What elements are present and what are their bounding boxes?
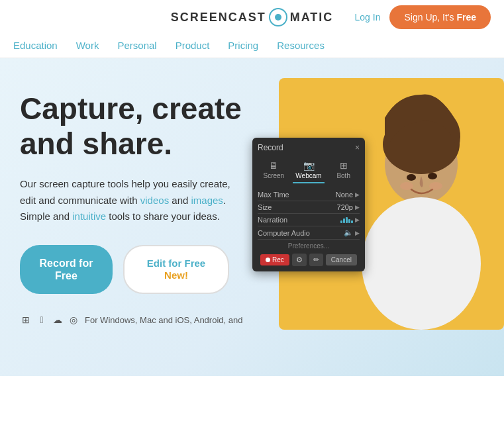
login-link[interactable]: Log In	[355, 12, 381, 23]
settings-icon: ⚙	[296, 256, 303, 263]
logo-text-right: MATIC	[290, 11, 334, 24]
bar5	[351, 220, 353, 223]
size-text: 720p	[337, 203, 353, 211]
logo-text-left: SCREENCAST	[171, 11, 266, 24]
webcam-icon: 📷	[294, 160, 324, 171]
header-top: SCREENCAST MATIC Log In Sign Up, It's Fr…	[13, 8, 491, 26]
recorder-title-text: Record	[258, 143, 283, 152]
narration-value: ▶	[340, 216, 360, 223]
svg-point-7	[429, 182, 442, 190]
recorder-tab-webcam[interactable]: 📷 Webcam	[293, 158, 325, 183]
nav-item-resources[interactable]: Resources	[277, 40, 325, 51]
size-value: 720p ▶	[337, 203, 360, 211]
header: SCREENCAST MATIC Log In Sign Up, It's Fr…	[0, 0, 504, 58]
recorder-dialog: Record × 🖥 Screen 📷 Webcam ⊞ Both Max Ti	[252, 138, 365, 271]
record-dot-icon	[266, 258, 270, 262]
both-tab-label: Both	[336, 172, 350, 179]
images-link[interactable]: images	[191, 195, 223, 206]
recorder-controls: Rec ⚙ ✏ Cancel	[258, 254, 360, 266]
audio-label: Computer Audio	[258, 229, 310, 237]
nav-item-personal[interactable]: Personal	[117, 40, 156, 51]
bar3	[346, 217, 348, 223]
audio-arrow: ▶	[355, 230, 360, 236]
maxtime-text: None	[336, 191, 353, 199]
recorder-row-narration: Narration ▶	[258, 214, 360, 226]
signup-label-bold: Free	[456, 12, 476, 23]
edit-icon-button[interactable]: ✏	[309, 254, 323, 266]
header-actions: Log In Sign Up, It's Free	[355, 5, 491, 29]
recorder-close-button[interactable]: ×	[355, 143, 360, 152]
narration-bar	[340, 216, 353, 223]
hero-buttons: Record for Free Edit for Free New!	[20, 245, 272, 294]
preferences-link[interactable]: Preferences...	[258, 240, 360, 251]
recorder-tabs: 🖥 Screen 📷 Webcam ⊞ Both	[258, 158, 360, 183]
recorder-row-maxtime: Max Time None ▶	[258, 189, 360, 201]
hero-left: Capture, create and share. Our screen ca…	[20, 91, 272, 326]
hero-section: Capture, create and share. Our screen ca…	[0, 58, 504, 376]
recorder-tab-both[interactable]: ⊞ Both	[327, 158, 360, 183]
maxtime-arrow: ▶	[355, 191, 360, 198]
platform-icons: ⊞  ☁ ◎	[20, 314, 79, 326]
svg-point-6	[400, 182, 413, 190]
nav-item-pricing[interactable]: Pricing	[228, 40, 258, 51]
record-button[interactable]: Rec	[260, 254, 289, 265]
recorder-tab-screen[interactable]: 🖥 Screen	[258, 158, 290, 183]
windows-icon: ⊞	[20, 314, 32, 326]
record-line1: Record for	[40, 258, 93, 269]
bar2	[343, 218, 345, 223]
new-label: New!	[143, 269, 209, 281]
logo-icon	[269, 8, 287, 26]
edit-free-button[interactable]: Edit for Free New!	[123, 245, 229, 294]
record-free-button[interactable]: Record for Free	[20, 245, 113, 294]
size-arrow: ▶	[355, 204, 360, 211]
main-nav: Education Work Personal Product Pricing …	[13, 33, 491, 58]
hero-description: Our screen capture tools help you easily…	[20, 176, 245, 225]
cancel-button[interactable]: Cancel	[326, 254, 357, 265]
audio-value: 🔈 ▶	[344, 228, 360, 237]
settings-button[interactable]: ⚙	[292, 254, 307, 266]
recorder-row-audio: Computer Audio 🔈 ▶	[258, 226, 360, 240]
recorder-title-bar: Record ×	[258, 143, 360, 152]
both-icon: ⊞	[328, 160, 358, 171]
narration-label: Narration	[258, 216, 287, 224]
platform-bar: ⊞  ☁ ◎ For Windows, Mac and iOS, Androi…	[20, 314, 272, 326]
maxtime-label: Max Time	[258, 191, 289, 199]
edit-icon: ✏	[313, 256, 319, 263]
narration-arrow: ▶	[355, 216, 360, 223]
logo: SCREENCAST MATIC	[171, 8, 334, 26]
hero-right: Record × 🖥 Screen 📷 Webcam ⊞ Both Max Ti	[252, 78, 504, 363]
android-icon: ◎	[68, 314, 79, 326]
videos-link[interactable]: videos	[140, 195, 169, 206]
signup-label-normal: Sign Up, It's	[404, 12, 456, 23]
signup-button[interactable]: Sign Up, It's Free	[389, 5, 491, 29]
screen-tab-label: Screen	[263, 172, 284, 179]
bar4	[348, 219, 350, 223]
svg-point-3	[362, 197, 481, 330]
intuitive-link[interactable]: intuitive	[72, 211, 106, 222]
size-label: Size	[258, 203, 272, 211]
record-line2: Free	[55, 270, 77, 281]
nav-item-product[interactable]: Product	[176, 40, 210, 51]
recorder-row-size: Size 720p ▶	[258, 201, 360, 214]
hero-title: Capture, create and share.	[20, 91, 272, 162]
nav-item-education[interactable]: Education	[13, 40, 58, 51]
svg-point-4	[407, 174, 416, 181]
webcam-tab-label: Webcam	[295, 172, 321, 179]
edit-main-label: Edit for Free	[147, 258, 205, 269]
audio-icon: 🔈	[344, 228, 353, 237]
rec-label-text: Rec	[272, 256, 284, 263]
platform-text: For Windows, Mac and iOS, Android, and	[85, 315, 242, 325]
bar1	[340, 220, 342, 223]
apple-icon: 	[36, 314, 48, 326]
logo-icon-inner	[275, 14, 281, 21]
svg-point-5	[428, 173, 437, 179]
screen-icon: 🖥	[259, 160, 289, 171]
nav-item-work[interactable]: Work	[76, 40, 99, 51]
maxtime-value: None ▶	[336, 191, 360, 199]
cloud-icon: ☁	[52, 314, 64, 326]
